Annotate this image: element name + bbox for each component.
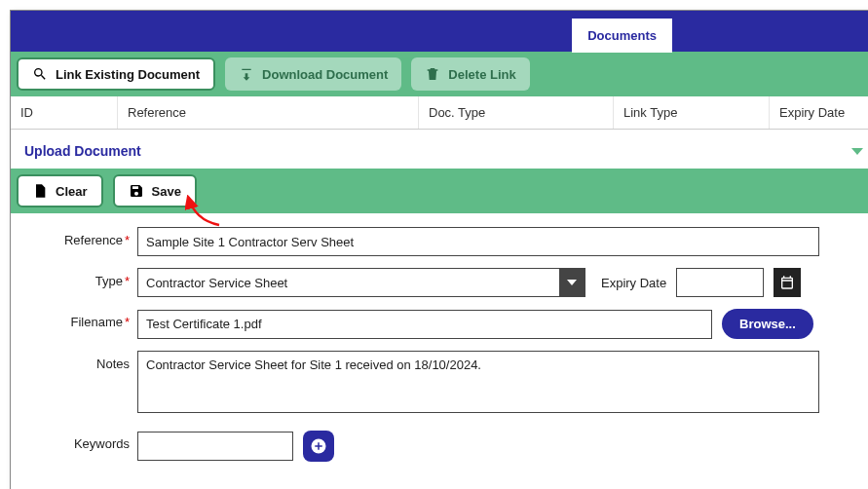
label-reference: Reference* bbox=[24, 227, 130, 247]
browse-button[interactable]: Browse... bbox=[722, 309, 813, 339]
expiry-date-input[interactable] bbox=[676, 268, 764, 297]
label-filename: Filename* bbox=[24, 309, 130, 329]
type-select-value: Contractor Service Sheet bbox=[146, 276, 287, 290]
label-notes: Notes bbox=[24, 351, 130, 371]
download-icon bbox=[239, 66, 254, 82]
filename-input[interactable] bbox=[137, 310, 712, 339]
top-navbar: Documents bbox=[11, 11, 868, 52]
delete-link-label: Delete Link bbox=[448, 67, 515, 82]
clear-label: Clear bbox=[56, 184, 88, 199]
form-toolbar: Clear Save bbox=[11, 169, 868, 213]
upload-section-title: Upload Document bbox=[24, 143, 141, 159]
type-select[interactable]: Contractor Service Sheet bbox=[137, 268, 585, 297]
chevron-down-icon bbox=[559, 269, 585, 296]
notes-textarea[interactable]: Contractor Service Sheet for Site 1 rece… bbox=[137, 351, 819, 413]
upload-section-header[interactable]: Upload Document bbox=[11, 130, 868, 169]
save-button[interactable]: Save bbox=[113, 174, 197, 207]
link-existing-button[interactable]: Link Existing Document bbox=[17, 57, 215, 91]
tab-documents[interactable]: Documents bbox=[572, 19, 672, 53]
keywords-input[interactable] bbox=[137, 432, 293, 461]
label-keywords: Keywords bbox=[24, 431, 130, 451]
collapse-icon bbox=[851, 148, 863, 155]
clear-button[interactable]: Clear bbox=[17, 174, 103, 207]
delete-link-button[interactable]: Delete Link bbox=[411, 57, 529, 91]
app-frame: Documents Link Existing Document Downloa… bbox=[10, 10, 868, 489]
col-id[interactable]: ID bbox=[11, 96, 118, 129]
calendar-icon bbox=[779, 275, 795, 290]
file-icon bbox=[32, 183, 48, 199]
label-expiry: Expiry Date bbox=[601, 276, 666, 290]
col-expiry[interactable]: Expiry Date bbox=[770, 96, 868, 129]
download-document-label: Download Document bbox=[262, 67, 388, 82]
calendar-button[interactable] bbox=[774, 268, 801, 297]
plus-icon bbox=[310, 437, 327, 455]
col-reference[interactable]: Reference bbox=[118, 96, 419, 129]
col-doc-type[interactable]: Doc. Type bbox=[419, 96, 614, 129]
label-type: Type* bbox=[24, 268, 130, 288]
col-link-type[interactable]: Link Type bbox=[614, 96, 770, 129]
upload-form: Reference* Type* Contractor Service Shee… bbox=[11, 213, 868, 489]
save-label: Save bbox=[152, 184, 181, 199]
grid-header: ID Reference Doc. Type Link Type Expiry … bbox=[11, 96, 868, 130]
download-document-button[interactable]: Download Document bbox=[225, 57, 401, 91]
add-keyword-button[interactable] bbox=[303, 431, 334, 462]
link-existing-label: Link Existing Document bbox=[56, 67, 200, 82]
doc-toolbar: Link Existing Document Download Document… bbox=[11, 52, 868, 96]
trash-icon bbox=[425, 66, 440, 82]
save-icon bbox=[129, 183, 144, 199]
reference-input[interactable] bbox=[137, 227, 819, 256]
search-icon bbox=[32, 66, 48, 82]
